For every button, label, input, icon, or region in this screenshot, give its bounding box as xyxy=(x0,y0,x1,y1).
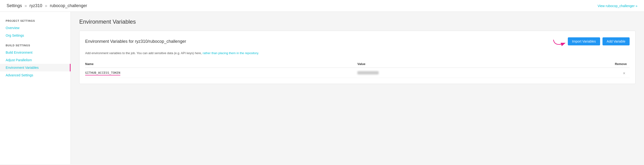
env-var-value xyxy=(358,68,521,78)
sidebar-item-build-environment[interactable]: Build Environment xyxy=(0,49,70,56)
sidebar-item-advanced-settings[interactable]: Advanced Settings xyxy=(0,71,70,79)
env-var-name: GITHUB_ACCESS_TOKEN xyxy=(85,68,358,78)
breadcrumb-settings: Settings xyxy=(6,3,22,8)
page-title: Environment Variables xyxy=(79,19,636,25)
card-description: Add environment variables to the job. Yo… xyxy=(85,51,630,56)
top-header: Settings » ryz310 » rubocop_challenger V… xyxy=(0,0,644,12)
col-header-remove: Remove xyxy=(521,60,630,68)
breadcrumb-sep1: » xyxy=(24,3,27,8)
main-content: Environment Variables Environment Variab… xyxy=(71,12,644,164)
env-variables-table: Name Value Remove GITHUB_ACCESS_TOKEN xyxy=(85,60,630,78)
table-row: GITHUB_ACCESS_TOKEN × xyxy=(85,68,630,78)
env-var-name-text: GITHUB_ACCESS_TOKEN xyxy=(85,71,120,75)
breadcrumb-org: ryz310 xyxy=(30,3,42,8)
sidebar-item-environment-variables[interactable]: Environment Variables xyxy=(0,64,70,71)
col-header-value: Value xyxy=(358,60,521,68)
breadcrumb-sep2: » xyxy=(45,3,47,8)
sidebar-section-build: BUILD SETTINGS xyxy=(0,44,70,49)
breadcrumb: Settings » ryz310 » rubocop_challenger xyxy=(6,3,87,8)
env-variables-card: Environment Variables for ryz310/rubocop… xyxy=(79,31,636,84)
arrow-icon xyxy=(552,39,566,48)
breadcrumb-project: rubocop_challenger xyxy=(50,3,87,8)
sidebar-section-project: PROJECT SETTINGS xyxy=(0,19,70,24)
sidebar-item-adjust-parallelism[interactable]: Adjust Parallelism xyxy=(0,56,70,64)
sidebar-item-overview[interactable]: Overview xyxy=(0,24,70,32)
description-text: Add environment variables to the job. Yo… xyxy=(85,51,202,55)
card-header: Environment Variables for ryz310/rubocop… xyxy=(85,37,630,46)
card-header-title: Environment Variables for ryz310/rubocop… xyxy=(85,39,186,44)
view-project-link[interactable]: View rubocop_challenger » xyxy=(598,4,638,8)
import-variables-button[interactable]: Import Variables xyxy=(568,37,600,45)
sidebar: PROJECT SETTINGS Overview Org Settings B… xyxy=(0,12,71,164)
env-var-value-hidden xyxy=(358,71,378,74)
layout: PROJECT SETTINGS Overview Org Settings B… xyxy=(0,12,644,164)
add-variable-button[interactable]: Add Variable xyxy=(602,37,630,45)
remove-variable-button[interactable]: × xyxy=(621,71,627,76)
col-header-name: Name xyxy=(85,60,358,68)
env-var-remove-cell: × xyxy=(521,68,630,78)
sidebar-item-org-settings[interactable]: Org Settings xyxy=(0,32,70,39)
card-actions: Import Variables Add Variable xyxy=(551,37,630,46)
description-link[interactable]: rather than placing them in the reposito… xyxy=(203,51,259,55)
